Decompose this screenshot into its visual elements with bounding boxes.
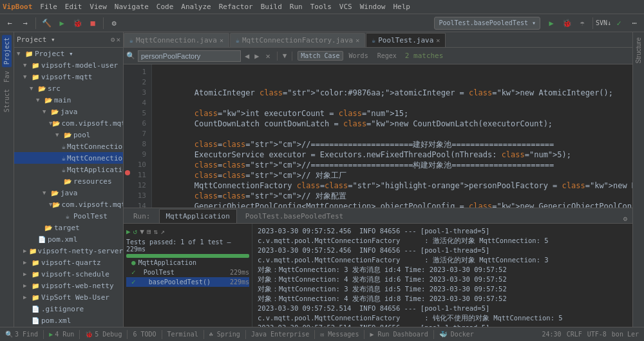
tab-pooltest[interactable]: ☕ PoolTest.java ✕ [366, 33, 446, 47]
test-item-mqttapp[interactable]: ● MqttApplication [126, 258, 249, 268]
status-run-dashboard[interactable]: ▶ Run Dashboard [370, 331, 428, 338]
tree-item[interactable]: 📄.gitignore [14, 303, 123, 315]
tree-item[interactable]: 📄pom.xml [14, 233, 123, 245]
favorites-tab[interactable]: Fav [2, 68, 12, 85]
regex-btn[interactable]: Regex [374, 51, 400, 61]
search-input[interactable] [138, 50, 241, 62]
test-rerun-icon[interactable]: ↺ [133, 228, 138, 236]
test-expand-icon[interactable]: ⊞ [147, 228, 151, 236]
tree-item[interactable]: 📂resources [14, 175, 123, 187]
menu-item-view[interactable]: View [86, 0, 111, 14]
tree-item[interactable]: ▼📂java [14, 106, 123, 117]
tab-close-pooltest[interactable]: ✕ [436, 37, 440, 44]
menu-item-analyze[interactable]: Analyze [177, 0, 214, 14]
settings-icon[interactable]: ⚙ [107, 16, 121, 30]
build-btn[interactable]: 🔨 [39, 16, 53, 30]
test-filter-icon[interactable]: ▼ [140, 228, 144, 236]
tab-close-mqttconnectionfactory[interactable]: ✕ [355, 37, 359, 44]
menu-item-window[interactable]: Window [356, 0, 390, 14]
tree-item[interactable]: ▶📁vipsoft-schedule [14, 268, 123, 280]
check-icon[interactable]: ✓ [612, 16, 626, 30]
tree-item[interactable]: ▼📁vipsoft-model-user [14, 59, 123, 71]
menu-item-build[interactable]: Build [257, 0, 286, 14]
tree-item[interactable]: ▼📂java [14, 187, 123, 199]
tree-item[interactable]: ▼📂com.vipsoft.mqtt [14, 199, 123, 210]
forward-btn[interactable]: → [18, 16, 32, 30]
tree-item[interactable]: ☕MqttApplication [14, 164, 123, 175]
test-sort-icon[interactable]: ⇅ [154, 228, 158, 236]
code-editor[interactable]: 1234567891011121314151617181920212223242… [124, 64, 632, 208]
menu-item-refactor[interactable]: Refactor [215, 0, 257, 14]
tab-close-mqttconnection[interactable]: ✕ [220, 37, 223, 44]
search-close-btn[interactable]: ✕ [264, 52, 271, 61]
tree-item[interactable]: ▶📁vipsoft-web-netty [14, 280, 123, 291]
tree-item[interactable]: ▶📁vipsoft-quartz [14, 257, 123, 268]
tab-mqttapp[interactable]: MqttApplication [159, 209, 237, 223]
run-config-run[interactable]: ▶ [544, 16, 558, 30]
menu-item-help[interactable]: Help [389, 0, 414, 14]
tab-mqttconnection[interactable]: ☕ MqttConnection.java ✕ [124, 33, 229, 47]
tree-item[interactable]: ▼📁vipsoft-mqtt [14, 71, 123, 83]
status-debug[interactable]: 🐞 5 Debug [85, 331, 122, 338]
debug-btn[interactable]: 🐞 [70, 16, 84, 30]
status-todo[interactable]: 6 TODO [133, 331, 156, 338]
filter-icon[interactable]: ▼ [283, 52, 287, 60]
tree-item[interactable]: ▼📂src [14, 83, 123, 94]
structure-tab[interactable]: Struct [2, 86, 12, 115]
tree-item[interactable]: ▶📁VipSoft Web-User [14, 291, 123, 303]
search-next-btn[interactable]: ▶ [253, 52, 260, 61]
vcs-icon[interactable]: SVN↓ [596, 16, 611, 30]
tree-item[interactable]: ☕PoolTest [14, 210, 123, 222]
tree-item[interactable]: 📂target [14, 222, 123, 233]
tree-item[interactable]: ▼📂main [14, 94, 123, 106]
menu-item-file[interactable]: File [36, 0, 61, 14]
status-find[interactable]: 🔍 3 Find [5, 331, 38, 338]
menu-item-navigate[interactable]: Navigate [111, 0, 153, 14]
tree-label: java [61, 108, 78, 116]
test-export-icon[interactable]: ↗ [160, 228, 165, 236]
menu-item-edit[interactable]: Edit [61, 0, 86, 14]
sidebar-close-icon[interactable]: ✕ [116, 35, 120, 44]
breakpoint-marker[interactable] [125, 170, 130, 175]
run-config[interactable]: PoolTest.basePooledTest ▾ [434, 17, 540, 30]
code-content[interactable]: AtomicInteger class="str">"color:#9876aa… [152, 64, 632, 208]
status-run[interactable]: ▶ 4 Run [49, 331, 74, 338]
tree-item[interactable]: ▶📁vipsoft-netty-server [14, 245, 123, 257]
stop-btn[interactable]: ■ [86, 16, 100, 30]
tab-pooltest-run[interactable]: PoolTest.basePooledTest [238, 209, 350, 223]
test-run-icon[interactable]: ▶ [126, 228, 131, 236]
sidebar-settings-icon[interactable]: ⚙ [111, 35, 115, 44]
status-messages[interactable]: ✉ Messages [320, 331, 359, 338]
more-btn[interactable]: ⋯ [627, 16, 641, 30]
menu-item-run[interactable]: Run [286, 0, 307, 14]
tree-item[interactable]: ▼📂pool [14, 129, 123, 141]
run-btn[interactable]: ▶ [55, 16, 69, 30]
test-item-pooltest[interactable]: ✓ PoolTest 229ms [126, 268, 249, 277]
menu-item-vcs[interactable]: VCS [336, 0, 356, 14]
run-config-coverage[interactable]: ☂ [575, 16, 589, 30]
tab-mqttconnectionfactory[interactable]: ☕ MqttConnectionFactory.java ✕ [230, 33, 365, 47]
test-item-basepooledtest[interactable]: ✓ basePooledTest() 229ms [126, 277, 249, 287]
tree-item[interactable]: ▼📂com.vipsoft.mqtt [14, 117, 123, 129]
settings-run-icon[interactable]: ⚙ [623, 215, 627, 223]
match-case-btn[interactable]: Match Case [298, 51, 343, 61]
status-sep6 [245, 330, 246, 339]
tree-item[interactable]: ☕MqttConnection [14, 141, 123, 152]
menu-item-tools[interactable]: Tools [307, 0, 336, 14]
search-prev-btn[interactable]: ◀ [243, 52, 251, 61]
tab-run[interactable]: Run: [126, 209, 158, 223]
menu-item-code[interactable]: Code [153, 0, 178, 14]
run-config-debug[interactable]: 🐞 [560, 16, 574, 30]
status-terminal[interactable]: Terminal [167, 331, 198, 338]
status-java-enterprise[interactable]: Java Enterprise [251, 331, 309, 338]
status-sep8 [364, 330, 365, 339]
structure-tab-btn[interactable]: Structure [634, 35, 643, 66]
tree-item[interactable]: ▼📁Project ▾ [14, 48, 123, 59]
tree-item[interactable]: ☕MqttConnectionFactory [14, 152, 123, 164]
words-btn[interactable]: Words [346, 51, 372, 61]
status-spring[interactable]: ☘ Spring [209, 331, 240, 338]
back-btn[interactable]: ← [3, 16, 17, 30]
status-docker[interactable]: 🐳 Docker [439, 331, 474, 338]
project-tab[interactable]: Project [2, 35, 12, 67]
tree-item[interactable]: 📄pom.xml [14, 315, 123, 326]
